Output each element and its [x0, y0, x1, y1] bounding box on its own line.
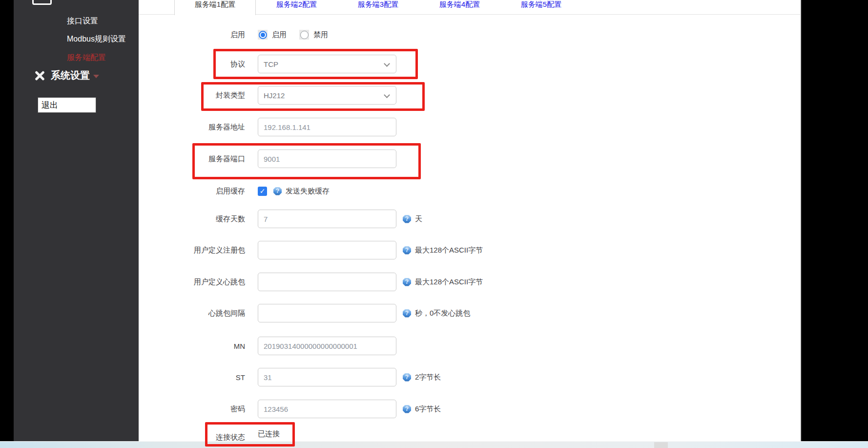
tab-server1-config[interactable]: 服务端1配置	[174, 0, 256, 15]
register-packet-label: 用户定义注册包	[139, 246, 245, 255]
form-row-register-packet: 用户定义注册包 最大128个ASCII字节	[139, 241, 676, 259]
heartbeat-interval-label: 心跳包间隔	[139, 309, 245, 318]
server-port-input[interactable]	[258, 149, 396, 168]
form-row-mn: MN	[139, 337, 676, 355]
cache-days-label: 缓存天数	[139, 214, 245, 224]
chevron-down-icon	[93, 75, 99, 78]
right-black-strip	[800, 0, 868, 441]
cache-days-input[interactable]	[258, 210, 396, 228]
heartbeat-packet-label: 用户定义心跳包	[139, 277, 245, 287]
register-packet-input[interactable]	[258, 241, 396, 259]
logout-button[interactable]: 退出	[38, 97, 96, 113]
server-port-label: 服务器端口	[139, 154, 245, 164]
scrollbar-thumb[interactable]	[654, 442, 668, 448]
sidebar-item-modbus-rules[interactable]: Modbus规则设置	[67, 34, 126, 44]
st-input[interactable]	[258, 368, 396, 386]
heartbeat-packet-hint: 最大128个ASCII字节	[415, 277, 483, 287]
sidebar-item-server-config[interactable]: 服务端配置	[67, 53, 106, 63]
horizontal-scrollbar[interactable]	[0, 441, 868, 448]
app-window: 接口设置 Modbus规则设置 服务端配置 系统设置 退出 服务端1配置 服务端…	[0, 0, 868, 448]
chevron-down-icon	[384, 92, 390, 98]
sidebar-item-interface-settings[interactable]: 接口设置	[67, 16, 98, 26]
mn-input[interactable]	[258, 337, 396, 355]
heartbeat-interval-hint: 秒，0不发心跳包	[415, 309, 470, 318]
sidebar-item-system-settings[interactable]: 系统设置	[33, 69, 99, 82]
protocol-label: 协议	[139, 60, 245, 69]
system-settings-label: 系统设置	[51, 69, 90, 82]
help-icon[interactable]	[403, 246, 411, 255]
st-label: ST	[139, 373, 245, 382]
connection-status-value: 已连接	[258, 429, 280, 439]
form-row-heartbeat-interval: 心跳包间隔 秒，0不发心跳包	[139, 304, 676, 322]
cache-enable-label: 启用缓存	[139, 187, 245, 196]
sidebar: 接口设置 Modbus规则设置 服务端配置 系统设置 退出	[14, 0, 139, 441]
form-row-encapsulation: 封装类型 HJ212	[139, 86, 676, 105]
cache-enable-checkbox[interactable]	[258, 187, 267, 196]
enable-radio[interactable]	[258, 30, 268, 40]
password-hint: 6字节长	[415, 405, 441, 414]
chevron-down-icon	[384, 61, 390, 67]
form-row-cache-days: 缓存天数 天	[139, 210, 676, 228]
help-icon[interactable]	[403, 405, 411, 413]
password-label: 密码	[139, 405, 245, 414]
enable-label: 启用	[139, 30, 245, 40]
form-row-heartbeat-packet: 用户定义心跳包 最大128个ASCII字节	[139, 273, 676, 291]
heartbeat-interval-input[interactable]	[258, 304, 396, 322]
mn-label: MN	[139, 342, 245, 350]
cache-days-hint: 天	[415, 214, 422, 224]
help-icon[interactable]	[403, 215, 411, 223]
cache-enable-hint: 发送失败缓存	[286, 187, 330, 196]
disable-option-label: 禁用	[313, 30, 328, 40]
server-address-label: 服务器地址	[139, 123, 245, 132]
disable-radio[interactable]	[299, 30, 309, 40]
enable-option-label: 启用	[272, 30, 287, 40]
form-row-password: 密码 6字节长	[139, 400, 676, 418]
form-row-protocol: 协议 TCP	[139, 55, 676, 73]
server-config-form: 启用 启用 禁用 协议 TCP 封装类型 HJ212 服务器地址 服务器端	[139, 0, 676, 448]
register-packet-hint: 最大128个ASCII字节	[415, 246, 483, 255]
server-address-input[interactable]	[258, 118, 396, 136]
heartbeat-packet-input[interactable]	[258, 273, 396, 291]
logout-label: 退出	[41, 100, 58, 111]
form-row-server-address: 服务器地址	[139, 118, 676, 136]
help-icon[interactable]	[403, 309, 411, 318]
password-input[interactable]	[258, 400, 396, 418]
st-hint: 2字节长	[415, 373, 441, 382]
wrench-icon	[33, 69, 46, 82]
protocol-select[interactable]: TCP	[258, 55, 396, 73]
encapsulation-label: 封装类型	[139, 91, 245, 100]
help-icon[interactable]	[273, 187, 282, 195]
help-icon[interactable]	[403, 373, 411, 382]
help-icon[interactable]	[403, 278, 411, 286]
form-row-server-port: 服务器端口	[139, 149, 676, 168]
encapsulation-select[interactable]: HJ212	[258, 86, 396, 105]
dashboard-icon	[32, 0, 52, 5]
form-row-cache-enable: 启用缓存 发送失败缓存	[139, 182, 676, 200]
form-row-enable: 启用 启用 禁用	[139, 25, 676, 44]
left-black-strip	[0, 0, 14, 441]
form-row-st: ST 2字节长	[139, 368, 676, 386]
